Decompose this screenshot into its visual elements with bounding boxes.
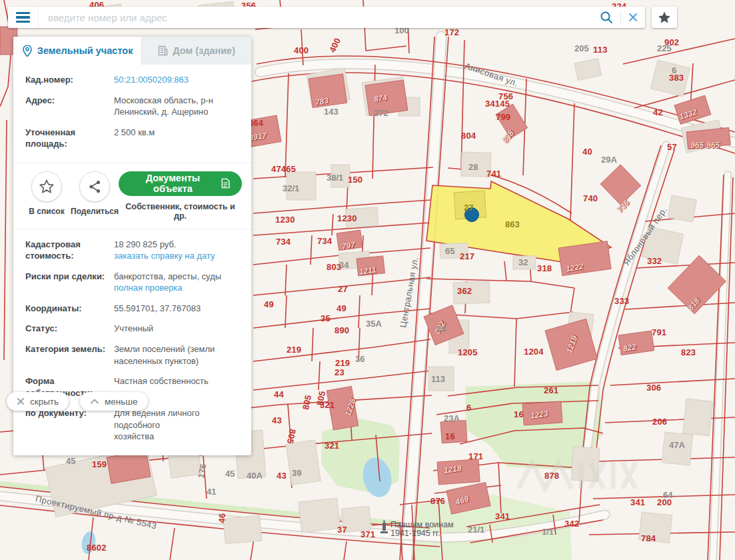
share-button[interactable] bbox=[79, 171, 110, 202]
cadastral-map-app: Анисовая ул.Центральная ул.Яблоневый пер… bbox=[0, 0, 735, 560]
field-value: 18 290 825 руб.заказать справку на дату bbox=[114, 239, 215, 262]
field-value: Для ведения личного подсобногохозяйства bbox=[114, 407, 242, 443]
documents-subtitle: Собственник, стоимость и др. bbox=[119, 202, 242, 221]
info-row: Риски при сделки:банкротства, аресты, су… bbox=[25, 271, 242, 294]
star-outline-icon bbox=[39, 179, 54, 193]
collapse-panel-label: меньше bbox=[105, 397, 138, 407]
field-value: 50:21:0050209:863 bbox=[114, 74, 189, 86]
add-to-list-label: В список bbox=[23, 207, 71, 216]
tab-land-parcel[interactable]: Земельный участок bbox=[13, 37, 141, 65]
field-label: Риски при сделки: bbox=[25, 271, 114, 294]
share-icon bbox=[89, 180, 101, 193]
close-icon bbox=[628, 12, 638, 23]
search-icon bbox=[599, 10, 614, 25]
hamburger-icon bbox=[16, 16, 30, 19]
hamburger-icon bbox=[16, 21, 30, 23]
building-icon bbox=[158, 45, 168, 56]
add-to-list-action: В список bbox=[23, 171, 71, 216]
hide-panel-button[interactable]: скрыть bbox=[7, 392, 69, 411]
close-icon bbox=[17, 397, 25, 405]
documents-button-label: Документы объекта bbox=[131, 173, 215, 194]
documents-button[interactable]: Документы объекта bbox=[119, 171, 242, 196]
location-pin-icon bbox=[22, 45, 33, 57]
parcel-main-fields: Кад.номер:50:21:0050209:863Адрес:Московс… bbox=[13, 65, 251, 163]
info-row: Кад.номер:50:21:0050209:863 bbox=[25, 74, 242, 86]
tab-label: Дом (здание) bbox=[173, 45, 235, 56]
share-label: Поделиться bbox=[71, 207, 119, 216]
field-label: Кад.номер: bbox=[25, 74, 114, 86]
field-link[interactable]: 50:21:0050209:863 bbox=[114, 75, 189, 85]
search-button[interactable] bbox=[592, 7, 620, 28]
hide-panel-label: скрыть bbox=[30, 397, 59, 407]
field-value: Московская область, р-нЛенинский, д. Аще… bbox=[114, 95, 213, 118]
field-value: 2 500 кв.м bbox=[114, 127, 155, 150]
field-link[interactable]: полная проверка bbox=[114, 282, 221, 294]
tab-label: Земельный участок bbox=[37, 45, 133, 56]
info-row: по документу:Для ведения личного подсобн… bbox=[25, 407, 242, 443]
tab-building[interactable]: Дом (здание) bbox=[141, 37, 251, 65]
field-label: Кадастровая стоимость: bbox=[25, 239, 114, 262]
field-value: Учтенный bbox=[114, 323, 153, 335]
document-icon bbox=[221, 177, 230, 189]
info-row: Категория земель:Земли поселений (землин… bbox=[25, 343, 242, 367]
chevron-up-icon bbox=[90, 398, 99, 405]
field-value: Земли поселений (землинаселенных пунктов… bbox=[114, 343, 215, 367]
add-to-list-button[interactable] bbox=[31, 171, 62, 202]
search-bar bbox=[8, 7, 645, 28]
info-row: Координаты:55.591701, 37.767083 bbox=[25, 303, 242, 315]
search-input[interactable] bbox=[39, 12, 592, 23]
panel-tabs: Земельный участок Дом (здание) bbox=[13, 37, 251, 65]
favorites-button[interactable] bbox=[652, 7, 677, 28]
field-label: по документу: bbox=[25, 407, 114, 443]
field-label: Статус: bbox=[25, 323, 114, 335]
info-row: Статус:Учтенный bbox=[25, 323, 242, 335]
field-label: Адрес: bbox=[25, 95, 114, 118]
collapse-panel-button[interactable]: меньше bbox=[80, 392, 148, 411]
field-label: Категория земель: bbox=[25, 343, 114, 367]
field-label: Координаты: bbox=[25, 303, 114, 315]
star-icon bbox=[658, 11, 671, 24]
info-row: Адрес:Московская область, р-нЛенинский, … bbox=[25, 95, 242, 118]
panel-actions: В список Поделиться Документы объекта bbox=[13, 163, 251, 229]
documents-action: Документы объекта Собственник, стоимость… bbox=[119, 171, 242, 221]
info-row: Уточненная площадь:2 500 кв.м bbox=[25, 127, 242, 150]
field-value: 55.591701, 37.767083 bbox=[114, 303, 201, 315]
clear-search-button[interactable] bbox=[621, 7, 645, 28]
menu-button[interactable] bbox=[8, 7, 39, 28]
hamburger-icon bbox=[16, 12, 30, 15]
field-value: банкротства, аресты, судыполная проверка bbox=[114, 271, 221, 294]
info-row: Кадастровая стоимость:18 290 825 руб.зак… bbox=[25, 239, 242, 262]
selected-parcel-marker[interactable] bbox=[465, 208, 479, 222]
parcel-detail-fields: Кадастровая стоимость:18 290 825 руб.зак… bbox=[13, 229, 251, 455]
field-link[interactable]: заказать справку на дату bbox=[114, 250, 215, 262]
share-action: Поделиться bbox=[71, 171, 119, 216]
field-label: Уточненная площадь: bbox=[25, 127, 114, 150]
